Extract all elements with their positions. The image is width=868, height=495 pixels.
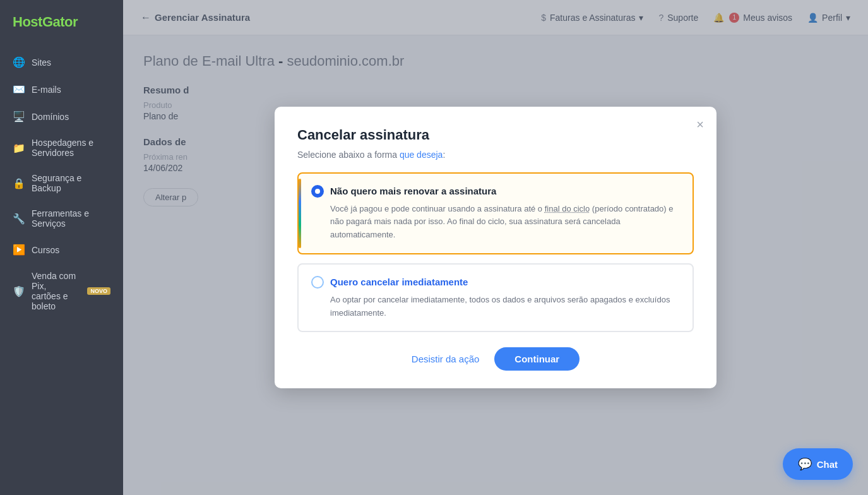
modal-footer: Desistir da ação Continuar (297, 347, 694, 371)
ferramentas-icon: 🔧 (13, 213, 24, 225)
modal-title: Cancelar assinatura (297, 127, 694, 143)
sidebar-item-label: Sites (32, 57, 51, 68)
emails-icon: ✉️ (13, 83, 24, 95)
radio-label-2: Quero cancelar imediatamente (330, 277, 468, 287)
cancel-modal: × Cancelar assinatura Selecione abaixo a… (275, 107, 716, 389)
sidebar-item-emails[interactable]: ✉️ E-mails (0, 76, 123, 102)
sidebar-item-hospedagens[interactable]: 📁 Hospedagens e Servidores (0, 131, 123, 165)
sites-icon: 🌐 (13, 56, 24, 68)
sidebar-item-label: Cursos (32, 245, 59, 255)
sidebar-item-label: Venda com Pix,cartões e boleto (32, 271, 77, 311)
sidebar-item-seguranca[interactable]: 🔒 Segurança e Backup (0, 166, 123, 200)
modal-overlay: × Cancelar assinatura Selecione abaixo a… (123, 0, 868, 495)
radio-desc-1: Você já pagou e pode continuar usando a … (311, 203, 680, 242)
brand-logo: HostGator (0, 0, 123, 44)
seguranca-icon: 🔒 (13, 177, 24, 189)
modal-close-button[interactable]: × (696, 118, 704, 131)
radio-option-2-header: Quero cancelar imediatamente (311, 276, 680, 289)
sidebar-item-ferramentas[interactable]: 🔧 Ferramentas e Serviços (0, 201, 123, 236)
cycle-link: final do ciclo (545, 204, 590, 213)
sidebar-item-label: E-mails (32, 85, 61, 95)
radio-circle-2 (311, 276, 324, 289)
chat-button[interactable]: 💬 Chat (783, 448, 853, 480)
chat-icon: 💬 (798, 457, 812, 471)
radio-label-1: Não quero mais renovar a assinatura (330, 186, 496, 196)
cursos-icon: ▶️ (13, 244, 24, 256)
sidebar-item-label: Hospedagens e Servidores (32, 138, 110, 158)
sidebar-item-cursos[interactable]: ▶️ Cursos (0, 237, 123, 263)
sidebar-item-label: Domínios (32, 112, 69, 122)
sidebar: HostGator 🌐 Sites ✉️ E-mails 🖥️ Domínios… (0, 0, 123, 495)
sidebar-item-sites[interactable]: 🌐 Sites (0, 49, 123, 75)
radio-circle-1 (311, 185, 324, 198)
radio-option-immediate[interactable]: Quero cancelar imediatamente Ao optar po… (297, 263, 694, 333)
novo-badge: NOVO (87, 287, 110, 295)
modal-subtitle: Selecione abaixo a forma que deseja: (297, 150, 694, 160)
hospedagens-icon: 📁 (13, 142, 24, 154)
sidebar-item-dominios[interactable]: 🖥️ Domínios (0, 104, 123, 129)
sidebar-item-venda[interactable]: 🛡️ Venda com Pix,cartões e boleto NOVO (0, 264, 123, 318)
radio-option-no-renew[interactable]: Não quero mais renovar a assinatura Você… (297, 172, 694, 254)
modal-subtitle-link[interactable]: que deseja (400, 150, 443, 160)
venda-icon: 🛡️ (13, 285, 24, 297)
continuar-button[interactable]: Continuar (494, 347, 580, 371)
main-content: ← Gerenciar Assinatura $ Faturas e Assin… (123, 0, 868, 495)
sidebar-item-label: Segurança e Backup (32, 173, 110, 193)
desistir-button[interactable]: Desistir da ação (412, 354, 480, 364)
sidebar-nav: 🌐 Sites ✉️ E-mails 🖥️ Domínios 📁 Hospeda… (0, 44, 123, 323)
radio-option-1-header: Não quero mais renovar a assinatura (311, 185, 680, 198)
radio-desc-2: Ao optar por cancelar imediatamente, tod… (311, 294, 680, 320)
dominios-icon: 🖥️ (13, 110, 24, 122)
sidebar-item-label: Ferramentas e Serviços (32, 208, 110, 229)
chat-label: Chat (817, 459, 838, 470)
